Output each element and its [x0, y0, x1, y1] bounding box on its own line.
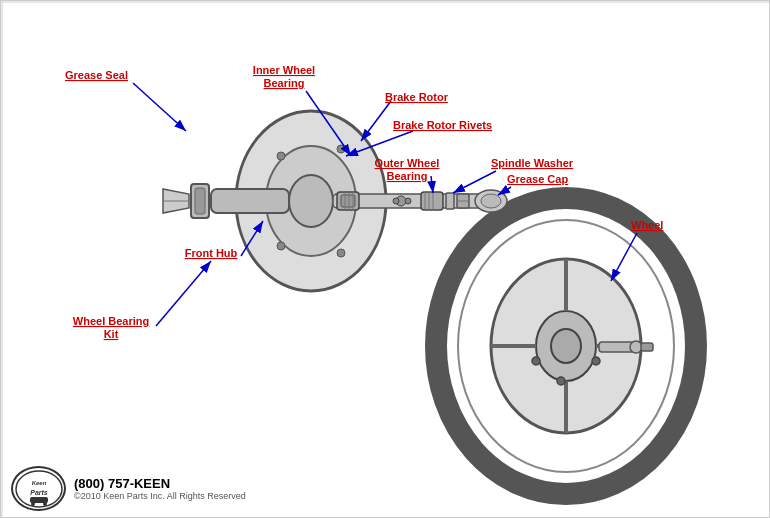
diagram-container: Grease Seal Inner Wheel Bearing Brake Ro… [0, 0, 770, 518]
footer-text: (800) 757-KEEN ©2010 Keen Parts Inc. All… [74, 476, 246, 501]
svg-point-63 [31, 502, 35, 506]
svg-line-52 [431, 176, 433, 193]
svg-point-41 [393, 198, 399, 204]
svg-point-13 [630, 341, 642, 353]
svg-text:Parts: Parts [30, 489, 48, 496]
svg-point-11 [532, 357, 540, 365]
svg-rect-14 [641, 343, 653, 351]
label-outer-wheel-bearing[interactable]: Outer Wheel [375, 157, 440, 169]
grease-seal-part [163, 184, 209, 218]
svg-rect-31 [421, 192, 443, 210]
footer: Keen Parts (800) 757-KEEN ©2010 Keen Par… [11, 466, 246, 511]
svg-text:Keen: Keen [31, 480, 46, 486]
svg-point-10 [557, 377, 565, 385]
assembly-diagram: Grease Seal Inner Wheel Bearing Brake Ro… [1, 1, 770, 518]
svg-rect-44 [195, 188, 205, 214]
label-inner-wheel-bearing-2: Bearing [264, 77, 305, 89]
svg-point-64 [43, 502, 47, 506]
svg-point-39 [481, 194, 501, 208]
label-wheel[interactable]: Wheel [631, 219, 663, 231]
label-front-hub[interactable]: Front Hub [185, 247, 238, 259]
label-grease-seal[interactable]: Grease Seal [65, 69, 128, 81]
svg-rect-35 [446, 193, 454, 209]
svg-point-24 [337, 249, 345, 257]
svg-rect-25 [211, 189, 289, 213]
label-grease-cap[interactable]: Grease Cap [507, 173, 568, 185]
wheel-part [436, 198, 696, 494]
company-logo: Keen Parts [11, 466, 66, 511]
label-wheel-bearing-kit-2: Kit [104, 328, 119, 340]
svg-rect-12 [599, 342, 634, 352]
svg-line-54 [498, 187, 511, 195]
svg-point-8 [551, 329, 581, 363]
label-inner-wheel-bearing[interactable]: Inner Wheel [253, 64, 315, 76]
label-brake-rotor[interactable]: Brake Rotor [385, 91, 449, 103]
svg-point-17 [289, 175, 333, 227]
svg-line-48 [133, 83, 186, 131]
copyright: ©2010 Keen Parts Inc. All Rights Reserve… [74, 491, 246, 501]
phone-number: (800) 757-KEEN [74, 476, 246, 491]
svg-line-57 [156, 261, 211, 326]
svg-point-19 [277, 152, 285, 160]
label-spindle-washer[interactable]: Spindle Washer [491, 157, 574, 169]
label-outer-wheel-bearing-2: Bearing [387, 170, 428, 182]
svg-point-42 [405, 198, 411, 204]
label-wheel-bearing-kit[interactable]: Wheel Bearing [73, 315, 149, 327]
svg-point-9 [592, 357, 600, 365]
svg-point-23 [277, 242, 285, 250]
label-brake-rotor-rivets[interactable]: Brake Rotor Rivets [393, 119, 492, 131]
svg-line-50 [361, 101, 391, 141]
